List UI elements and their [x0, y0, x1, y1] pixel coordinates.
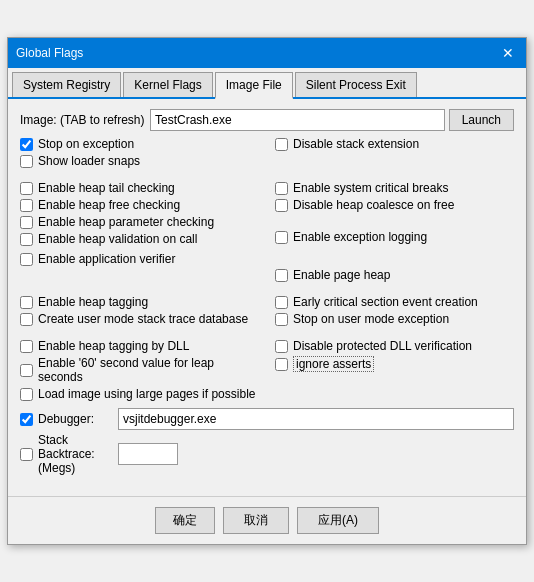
- stack-backtrace-input[interactable]: [118, 443, 178, 465]
- cb-stop-on-exception-label: Stop on exception: [38, 137, 134, 151]
- mid-checkboxes-1: Enable heap tail checking Enable heap fr…: [20, 181, 514, 249]
- cb-heap-tagging-dll-input[interactable]: [20, 340, 33, 353]
- cb-heap-validation-input[interactable]: [20, 233, 33, 246]
- left-mid2-col: Enable application verifier: [20, 252, 267, 285]
- right-mid2-col: Enable page heap: [267, 252, 514, 285]
- right-bot-col: Disable protected DLL verification ignor…: [267, 339, 514, 404]
- debugger-label: Debugger:: [38, 412, 118, 426]
- left-mid3-col: Enable heap tagging Create user mode sta…: [20, 295, 267, 329]
- cb-app-verifier-input[interactable]: [20, 253, 33, 266]
- cb-system-critical-input[interactable]: [275, 182, 288, 195]
- left-bot-col: Enable heap tagging by DLL Enable '60' s…: [20, 339, 267, 404]
- cb-heap-param-label: Enable heap parameter checking: [38, 215, 214, 229]
- cb-60-second-label: Enable '60' second value for leap second…: [38, 356, 259, 384]
- close-button[interactable]: ✕: [498, 43, 518, 63]
- cb-heap-free-input[interactable]: [20, 199, 33, 212]
- cb-heap-tagging-input[interactable]: [20, 296, 33, 309]
- bot-checkboxes: Enable heap tagging by DLL Enable '60' s…: [20, 339, 514, 404]
- cb-ignore-asserts: ignore asserts: [275, 356, 514, 372]
- mid-checkboxes-3: Enable heap tagging Create user mode sta…: [20, 295, 514, 329]
- cb-disable-stack-ext-label: Disable stack extension: [293, 137, 419, 151]
- cb-show-loader-snaps: Show loader snaps: [20, 154, 259, 168]
- debugger-value-input[interactable]: [118, 408, 514, 430]
- cb-stop-user-mode-label: Stop on user mode exception: [293, 312, 449, 326]
- cb-show-loader-snaps-input[interactable]: [20, 155, 33, 168]
- window-title: Global Flags: [16, 46, 83, 60]
- cb-stack-trace-db-input[interactable]: [20, 313, 33, 326]
- right-mid3-col: Early critical section event creation St…: [267, 295, 514, 329]
- cb-stack-trace-db-label: Create user mode stack trace database: [38, 312, 248, 326]
- cb-app-verifier: Enable application verifier: [20, 252, 259, 266]
- cb-stack-trace-db: Create user mode stack trace database: [20, 312, 259, 326]
- cb-critical-section-input[interactable]: [275, 296, 288, 309]
- tab-system-registry[interactable]: System Registry: [12, 72, 121, 97]
- cb-heap-tagging: Enable heap tagging: [20, 295, 259, 309]
- cb-large-pages: Load image using large pages if possible: [20, 387, 259, 401]
- cb-60-second-input[interactable]: [20, 364, 33, 377]
- cb-exception-logging: Enable exception logging: [275, 230, 514, 244]
- cb-ignore-asserts-label: ignore asserts: [293, 356, 374, 372]
- left-mid1-col: Enable heap tail checking Enable heap fr…: [20, 181, 267, 249]
- cb-heap-coalesce-input[interactable]: [275, 199, 288, 212]
- cb-critical-section-label: Early critical section event creation: [293, 295, 478, 309]
- cancel-button[interactable]: 取消: [223, 507, 289, 534]
- cb-app-verifier-label: Enable application verifier: [38, 252, 175, 266]
- left-top-col: Stop on exception Show loader snaps: [20, 137, 267, 171]
- right-mid1-col: Enable system critical breaks Disable he…: [267, 181, 514, 249]
- mid-checkboxes-2: Enable application verifier Enable page …: [20, 252, 514, 285]
- image-label: Image: (TAB to refresh): [20, 113, 150, 127]
- cb-debugger-input[interactable]: [20, 413, 33, 426]
- cb-heap-tail-input[interactable]: [20, 182, 33, 195]
- tab-image-file[interactable]: Image File: [215, 72, 293, 99]
- launch-button[interactable]: Launch: [449, 109, 514, 131]
- title-bar: Global Flags ✕: [8, 38, 526, 68]
- cb-heap-validation-label: Enable heap validation on call: [38, 232, 197, 246]
- cb-system-critical-label: Enable system critical breaks: [293, 181, 448, 195]
- tab-silent-process-exit[interactable]: Silent Process Exit: [295, 72, 417, 97]
- cb-protected-dll-label: Disable protected DLL verification: [293, 339, 472, 353]
- debugger-row: Debugger:: [20, 408, 514, 430]
- cb-disable-stack-ext-input[interactable]: [275, 138, 288, 151]
- cb-show-loader-snaps-label: Show loader snaps: [38, 154, 140, 168]
- cb-heap-tagging-dll-label: Enable heap tagging by DLL: [38, 339, 189, 353]
- global-flags-window: Global Flags ✕ System Registry Kernel Fl…: [7, 37, 527, 545]
- cb-protected-dll: Disable protected DLL verification: [275, 339, 514, 353]
- stack-backtrace-row: Stack Backtrace: (Megs): [20, 433, 514, 475]
- ok-button[interactable]: 确定: [155, 507, 215, 534]
- cb-heap-validation: Enable heap validation on call: [20, 232, 259, 246]
- cb-protected-dll-input[interactable]: [275, 340, 288, 353]
- image-input[interactable]: [150, 109, 445, 131]
- cb-large-pages-input[interactable]: [20, 388, 33, 401]
- cb-ignore-asserts-input[interactable]: [275, 358, 288, 371]
- cb-critical-section: Early critical section event creation: [275, 295, 514, 309]
- image-row: Image: (TAB to refresh) Launch: [20, 109, 514, 131]
- cb-stop-on-exception: Stop on exception: [20, 137, 259, 151]
- cb-stack-backtrace-input[interactable]: [20, 448, 33, 461]
- cb-60-second: Enable '60' second value for leap second…: [20, 356, 259, 384]
- bottom-buttons: 确定 取消 应用(A): [8, 496, 526, 544]
- cb-heap-free-label: Enable heap free checking: [38, 198, 180, 212]
- cb-exception-logging-label: Enable exception logging: [293, 230, 427, 244]
- content-area: Image: (TAB to refresh) Launch Stop on e…: [8, 99, 526, 488]
- cb-heap-coalesce-label: Disable heap coalesce on free: [293, 198, 454, 212]
- tab-bar: System Registry Kernel Flags Image File …: [8, 68, 526, 99]
- cb-exception-logging-input[interactable]: [275, 231, 288, 244]
- cb-heap-coalesce: Disable heap coalesce on free: [275, 198, 514, 212]
- cb-heap-tagging-dll: Enable heap tagging by DLL: [20, 339, 259, 353]
- cb-heap-free: Enable heap free checking: [20, 198, 259, 212]
- cb-heap-param-input[interactable]: [20, 216, 33, 229]
- apply-button[interactable]: 应用(A): [297, 507, 379, 534]
- cb-system-critical: Enable system critical breaks: [275, 181, 514, 195]
- cb-stop-on-exception-input[interactable]: [20, 138, 33, 151]
- tab-kernel-flags[interactable]: Kernel Flags: [123, 72, 212, 97]
- cb-stop-user-mode: Stop on user mode exception: [275, 312, 514, 326]
- cb-disable-stack-ext: Disable stack extension: [275, 137, 514, 151]
- cb-heap-tagging-label: Enable heap tagging: [38, 295, 148, 309]
- cb-stop-user-mode-input[interactable]: [275, 313, 288, 326]
- top-checkboxes: Stop on exception Show loader snaps Disa…: [20, 137, 514, 171]
- cb-page-heap: Enable page heap: [275, 268, 514, 282]
- cb-heap-tail: Enable heap tail checking: [20, 181, 259, 195]
- cb-page-heap-input[interactable]: [275, 269, 288, 282]
- right-top-col: Disable stack extension: [267, 137, 514, 171]
- cb-heap-param: Enable heap parameter checking: [20, 215, 259, 229]
